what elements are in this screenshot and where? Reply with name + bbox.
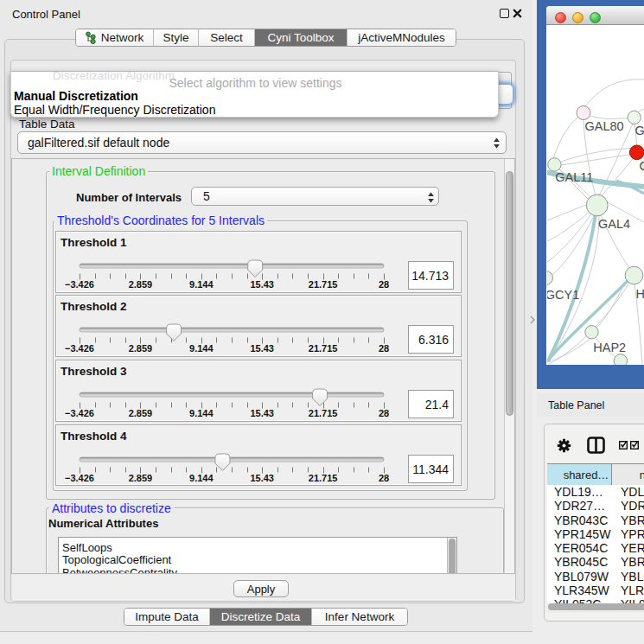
svg-text:HAP2: HAP2 (593, 341, 626, 354)
svg-text:9.144: 9.144 (189, 408, 214, 418)
svg-text:28: 28 (379, 279, 389, 290)
svg-text:21.715: 21.715 (309, 279, 338, 290)
svg-text:GAL11: GAL11 (555, 170, 593, 184)
svg-text:9.144: 9.144 (189, 473, 214, 483)
svg-text:15.43: 15.43 (250, 279, 274, 290)
svg-text:GCY1: GCY1 (547, 288, 579, 302)
svg-text:−3.426: −3.426 (65, 343, 94, 354)
svg-text:15.43: 15.43 (250, 408, 274, 418)
svg-text:GAL80: GAL80 (585, 119, 624, 133)
svg-text:15.43: 15.43 (250, 473, 274, 483)
svg-text:GA: GA (635, 124, 644, 137)
svg-text:2.859: 2.859 (129, 473, 153, 483)
svg-text:9.144: 9.144 (189, 279, 214, 290)
svg-text:21.715: 21.715 (309, 408, 338, 418)
svg-text:21.715: 21.715 (309, 343, 338, 354)
svg-text:−3.426: −3.426 (65, 279, 94, 290)
svg-text:−3.426: −3.426 (65, 408, 94, 418)
svg-text:GAL4: GAL4 (598, 217, 630, 231)
svg-text:2.859: 2.859 (129, 279, 153, 290)
svg-text:9.144: 9.144 (189, 343, 214, 354)
svg-text:28: 28 (379, 408, 389, 418)
svg-text:CY: CY (640, 159, 644, 173)
svg-text:2.859: 2.859 (129, 408, 153, 418)
svg-text:2.859: 2.859 (129, 343, 153, 354)
svg-text:HA: HA (636, 287, 644, 301)
svg-text:28: 28 (379, 473, 389, 483)
svg-text:28: 28 (379, 343, 389, 354)
svg-text:−3.426: −3.426 (65, 473, 94, 483)
svg-text:21.715: 21.715 (309, 473, 338, 483)
svg-text:15.43: 15.43 (250, 343, 274, 354)
